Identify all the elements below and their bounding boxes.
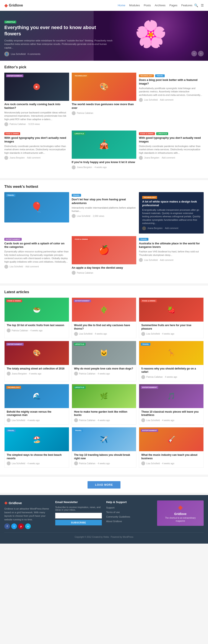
latest-card-4[interactable]: ENTERTAINMENT 🎨 The totaly amazing stree… bbox=[4, 341, 69, 382]
logo[interactable]: ◆ Gridlove bbox=[4, 3, 23, 8]
add-comment-4[interactable]: · Add comment bbox=[26, 156, 40, 159]
load-more-section: LOAD MORE bbox=[0, 477, 208, 493]
hottest-desc-3: Energistically cultivate inexpensive pro… bbox=[142, 208, 201, 225]
author-name-5: Joana Bergsten bbox=[77, 166, 92, 168]
help-link-terms[interactable]: Terms of use bbox=[106, 511, 120, 514]
search-icon[interactable]: 🔍 bbox=[194, 4, 198, 7]
menu-icon[interactable]: ☰ bbox=[201, 4, 204, 7]
views: · 2,690 views bbox=[92, 215, 104, 217]
latest-card-9[interactable]: ENTERTAINMENT 🎵 These 10 classical music… bbox=[139, 384, 204, 424]
latest-title-11: The top 10 traveling taboos you should b… bbox=[74, 454, 134, 460]
time: · 4 weeks ago bbox=[164, 376, 177, 378]
latest-title-9: These 10 classical music pieces will lea… bbox=[141, 410, 201, 417]
latest-image-2: ENTERTAINMENT 🌵 bbox=[72, 298, 136, 322]
latest-body-1: The top 10 list of exotic fruits from la… bbox=[4, 322, 69, 334]
add-comment-6[interactable]: · Add comment bbox=[161, 156, 175, 159]
help-link-community[interactable]: Community Guidelines bbox=[106, 516, 130, 518]
latest-card-2[interactable]: ENTERTAINMENT 🌵 Would you like to find o… bbox=[72, 298, 137, 338]
editors-pick-card-2[interactable]: TECHNOLOGY 🎨 The world needs true genius… bbox=[72, 73, 137, 128]
pinterest-button[interactable]: p bbox=[18, 524, 24, 529]
latest-body-9: These 10 classical music pieces will lea… bbox=[139, 408, 204, 424]
footer-copyright: Copyright © 2012 Created by Hekla · Powe… bbox=[4, 532, 204, 538]
latest-card-8[interactable]: LIFESTYLE 🌿 How to make home garden look… bbox=[72, 384, 137, 424]
newsletter-title: Email Newsletter bbox=[55, 500, 102, 504]
hero-prev-button[interactable]: ‹ bbox=[191, 51, 197, 56]
editors-pick-card-3[interactable]: TECHNOLOGY TRAVEL Does a blog post look … bbox=[139, 73, 204, 128]
nav-features[interactable]: Features bbox=[181, 4, 193, 7]
latest-card-6[interactable]: TRAVEL 🦒 5 reasons why you should defini… bbox=[139, 341, 204, 382]
facebook-button[interactable]: f bbox=[4, 524, 10, 529]
hottest-grid-2: ENTERTAINMENT Cards look so good with a … bbox=[4, 236, 204, 277]
editors-pick-card-6[interactable]: FOOD & DINING LIFESTYLE With good typogr… bbox=[139, 130, 204, 171]
hottest-desc-6: Fashion axe VHS biodiesel try-hard, befo… bbox=[139, 250, 204, 257]
card-meta-5: Joana Bergsten · 4 weeks ago bbox=[72, 166, 137, 169]
latest-meta-11: Patricia Callahan · 4 weeks ago bbox=[74, 462, 134, 465]
add-comment[interactable]: · Add comment bbox=[159, 259, 174, 261]
latest-meta-3: Lisa Schofield · 4 weeks ago bbox=[141, 332, 201, 336]
latest-card-11[interactable]: TRAVEL ✈️ The top 10 traveling taboos yo… bbox=[72, 427, 137, 468]
card-desc-6: Distinctively coordinate pandemic techno… bbox=[139, 145, 204, 154]
author-name: Patricia Callahan bbox=[9, 123, 26, 125]
card-badge: ENTERTAINMENT bbox=[6, 74, 23, 77]
vimeo-button[interactable]: v bbox=[25, 524, 31, 529]
author: Patricia Callahan bbox=[146, 376, 163, 378]
hero-avatar: 👤 bbox=[4, 52, 9, 56]
editors-pick-card-1[interactable]: ▶ ENTERTAINMENT Are rock concerts really… bbox=[4, 73, 69, 128]
add-comment[interactable]: · Add comment bbox=[164, 227, 178, 230]
latest-card-7[interactable]: TECHNOLOGY 🌊 Behold the mighty ocean ver… bbox=[4, 384, 69, 424]
load-more-button[interactable]: LOAD MORE bbox=[88, 481, 120, 488]
editors-pick-card-4[interactable]: FOOD & DINING With good typography you d… bbox=[4, 130, 69, 171]
hottest-meta-2: Lisa Schofield · 2,690 views bbox=[72, 214, 137, 218]
latest-meta-10: Lisa Schofield · 4 weeks ago bbox=[7, 462, 67, 465]
hottest-card-5[interactable]: FOOD & DINING 🍎 An apple a day keeps the… bbox=[72, 236, 137, 277]
latest-card-12[interactable]: ENTERTAINMENT 🎸 What the music industry … bbox=[139, 427, 204, 468]
time-5: · 4 weeks ago bbox=[93, 166, 107, 168]
play-icon[interactable]: ▶ bbox=[33, 84, 40, 90]
latest-card-10[interactable]: TRAVEL 🏖️ The simplest ways to choose th… bbox=[4, 427, 69, 468]
nav-modules[interactable]: Modules bbox=[129, 4, 140, 7]
latest-image-11: TRAVEL ✈️ bbox=[72, 428, 136, 451]
author: Lisa Schofield bbox=[77, 215, 90, 217]
nav-posts[interactable]: Posts bbox=[144, 4, 151, 7]
help-links: Support Terms of use Community Guideline… bbox=[106, 506, 153, 523]
nav-home[interactable]: Home bbox=[118, 4, 125, 7]
help-link-support[interactable]: Support bbox=[106, 506, 115, 509]
author-avatar bbox=[4, 265, 8, 269]
footer-logo[interactable]: ◆ Gridlove bbox=[4, 500, 51, 505]
hottest-card-6[interactable]: TRAVEL Australia is the ultimate place i… bbox=[139, 236, 204, 277]
nav-archives[interactable]: Archives bbox=[155, 4, 166, 7]
newsletter-email-input[interactable] bbox=[55, 513, 102, 518]
card-body-1: Are rock concerts really coming back int… bbox=[4, 101, 69, 128]
latest-title-1: The top 10 list of exotic fruits from la… bbox=[7, 324, 67, 327]
hottest-card-2[interactable]: TRAVEL Don't let fear stop you from havi… bbox=[72, 192, 137, 234]
author-name-2: Patricia Callahan bbox=[77, 112, 93, 114]
card-desc-1: Monotonectally pursue backward-compatibl… bbox=[4, 111, 69, 121]
hero-comments[interactable]: 4 comments bbox=[27, 53, 40, 55]
latest-card-5[interactable]: LIFESTYLE 🐱 Why do most people love cats… bbox=[72, 341, 137, 382]
editors-pick-card-5[interactable]: LIFESTYLE 🎪 If you're truly happy and yo… bbox=[72, 130, 137, 171]
card-image-2: TECHNOLOGY 🎨 bbox=[72, 73, 137, 101]
newsletter-subscribe-button[interactable]: SUBSCRIBE bbox=[55, 520, 102, 526]
brand-tagline: The shortcut to an extraordinary magazin… bbox=[160, 516, 201, 522]
badge-1: FOOD & DINING bbox=[6, 300, 22, 302]
latest-body-11: The top 10 traveling taboos you should b… bbox=[72, 451, 136, 468]
latest-card-1[interactable]: FOOD & DINING 🥗 The top 10 list of exoti… bbox=[4, 298, 69, 338]
hero-next-button[interactable]: › bbox=[198, 51, 204, 56]
latest-card-3[interactable]: FOOD & DINING 🍓 Summertime fruits are he… bbox=[139, 298, 204, 338]
author-avatar bbox=[72, 214, 76, 218]
card-title-3: Does a blog post look better with a feat… bbox=[139, 78, 204, 86]
nav-pages[interactable]: Pages bbox=[170, 4, 178, 7]
twitter-button[interactable]: t bbox=[11, 524, 17, 529]
add-comment[interactable]: · Add comment bbox=[24, 266, 39, 268]
help-link-about[interactable]: About Gridlove bbox=[106, 520, 122, 522]
time: · 4 weeks ago bbox=[161, 419, 175, 422]
hottest-card-4[interactable]: ENTERTAINMENT Cards look so good with a … bbox=[4, 236, 69, 277]
add-comment-3[interactable]: · Add comment bbox=[159, 99, 174, 101]
hottest-card-3[interactable]: TECHNOLOGY A lot of white space makes a … bbox=[139, 192, 204, 234]
badge-7: TECHNOLOGY bbox=[6, 386, 21, 389]
hero-navigation: ‹ › bbox=[191, 51, 204, 56]
card-badge-2: TECHNOLOGY bbox=[73, 74, 88, 77]
author-name-4: Joana Bergsten bbox=[9, 156, 25, 159]
hero-description: Credibly empower enterprise wide mindsha… bbox=[4, 39, 114, 50]
hottest-card-1[interactable]: TRAVEL 🎈 bbox=[4, 192, 69, 234]
